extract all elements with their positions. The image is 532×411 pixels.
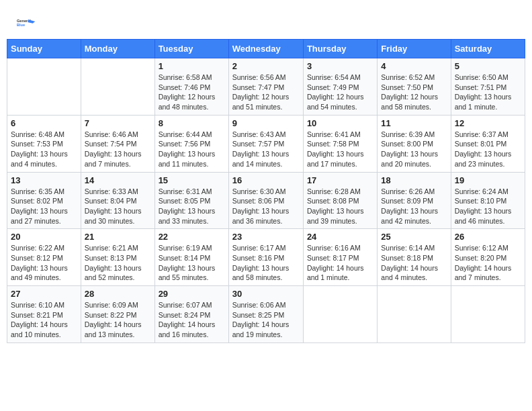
calendar-cell: [7, 58, 81, 116]
calendar-cell: [303, 286, 377, 343]
day-number: 21: [85, 232, 151, 242]
day-number: 10: [307, 118, 373, 128]
calendar-cell: 7Sunrise: 6:46 AM Sunset: 7:54 PM Daylig…: [81, 115, 154, 172]
calendar-cell: [81, 58, 154, 116]
day-info: Sunrise: 6:50 AM Sunset: 7:51 PM Dayligh…: [455, 73, 521, 112]
day-info: Sunrise: 6:14 AM Sunset: 8:18 PM Dayligh…: [381, 243, 447, 283]
calendar-week-1: 1Sunrise: 6:58 AM Sunset: 7:46 PM Daylig…: [7, 58, 525, 116]
calendar-cell: 3Sunrise: 6:54 AM Sunset: 7:49 PM Daylig…: [303, 58, 377, 116]
calendar-cell: 29Sunrise: 6:07 AM Sunset: 8:24 PM Dayli…: [154, 286, 228, 343]
calendar-week-2: 6Sunrise: 6:48 AM Sunset: 7:53 PM Daylig…: [7, 115, 525, 172]
day-number: 15: [159, 175, 225, 185]
calendar-cell: 12Sunrise: 6:37 AM Sunset: 8:01 PM Dayli…: [451, 115, 525, 172]
day-number: 6: [11, 118, 77, 128]
calendar-cell: 1Sunrise: 6:58 AM Sunset: 7:46 PM Daylig…: [154, 58, 228, 116]
calendar-cell: [378, 286, 451, 343]
header-thursday: Thursday: [303, 40, 377, 58]
day-number: 2: [232, 61, 300, 71]
page-header: GeneralBlue: [7, 7, 525, 36]
day-info: Sunrise: 6:26 AM Sunset: 8:09 PM Dayligh…: [381, 187, 447, 226]
calendar-cell: 27Sunrise: 6:10 AM Sunset: 8:21 PM Dayli…: [7, 286, 81, 343]
day-info: Sunrise: 6:30 AM Sunset: 8:06 PM Dayligh…: [232, 187, 300, 226]
calendar-cell: 23Sunrise: 6:17 AM Sunset: 8:16 PM Dayli…: [228, 229, 303, 286]
calendar-cell: 11Sunrise: 6:39 AM Sunset: 8:00 PM Dayli…: [378, 115, 451, 172]
day-number: 30: [232, 289, 300, 299]
calendar-cell: 15Sunrise: 6:31 AM Sunset: 8:05 PM Dayli…: [154, 172, 228, 229]
calendar-cell: 2Sunrise: 6:56 AM Sunset: 7:47 PM Daylig…: [228, 58, 303, 116]
day-number: 17: [307, 175, 373, 185]
day-info: Sunrise: 6:33 AM Sunset: 8:04 PM Dayligh…: [85, 187, 151, 226]
day-number: 26: [455, 232, 521, 242]
calendar-cell: 14Sunrise: 6:33 AM Sunset: 8:04 PM Dayli…: [81, 172, 154, 229]
calendar-cell: 24Sunrise: 6:16 AM Sunset: 8:17 PM Dayli…: [303, 229, 377, 286]
calendar-week-4: 20Sunrise: 6:22 AM Sunset: 8:12 PM Dayli…: [7, 229, 525, 286]
day-number: 19: [455, 175, 521, 185]
day-info: Sunrise: 6:16 AM Sunset: 8:17 PM Dayligh…: [307, 243, 373, 283]
header-friday: Friday: [378, 40, 451, 58]
day-info: Sunrise: 6:09 AM Sunset: 8:22 PM Dayligh…: [85, 300, 151, 340]
calendar-table: SundayMondayTuesdayWednesdayThursdayFrid…: [7, 39, 525, 343]
calendar-cell: 21Sunrise: 6:21 AM Sunset: 8:13 PM Dayli…: [81, 229, 154, 286]
logo-icon: GeneralBlue: [17, 13, 36, 32]
day-info: Sunrise: 6:07 AM Sunset: 8:24 PM Dayligh…: [159, 300, 225, 340]
calendar-cell: 22Sunrise: 6:19 AM Sunset: 8:14 PM Dayli…: [154, 229, 228, 286]
day-info: Sunrise: 6:12 AM Sunset: 8:20 PM Dayligh…: [455, 243, 521, 283]
svg-text:Blue: Blue: [17, 23, 25, 27]
day-number: 23: [232, 232, 300, 242]
day-number: 13: [11, 175, 77, 185]
day-info: Sunrise: 6:56 AM Sunset: 7:47 PM Dayligh…: [232, 73, 300, 112]
day-info: Sunrise: 6:22 AM Sunset: 8:12 PM Dayligh…: [11, 243, 77, 283]
calendar-cell: 8Sunrise: 6:44 AM Sunset: 7:56 PM Daylig…: [154, 115, 228, 172]
logo: GeneralBlue: [17, 13, 36, 32]
calendar-cell: 25Sunrise: 6:14 AM Sunset: 8:18 PM Dayli…: [378, 229, 451, 286]
day-info: Sunrise: 6:46 AM Sunset: 7:54 PM Dayligh…: [85, 130, 151, 169]
day-number: 16: [232, 175, 300, 185]
day-number: 7: [85, 118, 151, 128]
day-info: Sunrise: 6:28 AM Sunset: 8:08 PM Dayligh…: [307, 187, 373, 226]
header-wednesday: Wednesday: [228, 40, 303, 58]
day-number: 8: [159, 118, 225, 128]
day-info: Sunrise: 6:58 AM Sunset: 7:46 PM Dayligh…: [159, 73, 225, 112]
calendar-cell: 5Sunrise: 6:50 AM Sunset: 7:51 PM Daylig…: [451, 58, 525, 116]
day-info: Sunrise: 6:31 AM Sunset: 8:05 PM Dayligh…: [159, 187, 225, 226]
day-info: Sunrise: 6:52 AM Sunset: 7:50 PM Dayligh…: [381, 73, 447, 112]
day-info: Sunrise: 6:21 AM Sunset: 8:13 PM Dayligh…: [85, 243, 151, 283]
day-number: 12: [455, 118, 521, 128]
day-number: 22: [159, 232, 225, 242]
day-number: 27: [11, 289, 77, 299]
calendar-cell: 4Sunrise: 6:52 AM Sunset: 7:50 PM Daylig…: [378, 58, 451, 116]
calendar-cell: 10Sunrise: 6:41 AM Sunset: 7:58 PM Dayli…: [303, 115, 377, 172]
calendar-cell: 18Sunrise: 6:26 AM Sunset: 8:09 PM Dayli…: [378, 172, 451, 229]
day-info: Sunrise: 6:19 AM Sunset: 8:14 PM Dayligh…: [159, 243, 225, 283]
calendar-header-row: SundayMondayTuesdayWednesdayThursdayFrid…: [7, 40, 525, 58]
calendar-cell: 6Sunrise: 6:48 AM Sunset: 7:53 PM Daylig…: [7, 115, 81, 172]
day-info: Sunrise: 6:06 AM Sunset: 8:25 PM Dayligh…: [232, 300, 300, 340]
header-sunday: Sunday: [7, 40, 81, 58]
calendar-cell: 9Sunrise: 6:43 AM Sunset: 7:57 PM Daylig…: [228, 115, 303, 172]
day-number: 20: [11, 232, 77, 242]
day-info: Sunrise: 6:39 AM Sunset: 8:00 PM Dayligh…: [381, 130, 447, 169]
header-tuesday: Tuesday: [154, 40, 228, 58]
calendar-cell: 28Sunrise: 6:09 AM Sunset: 8:22 PM Dayli…: [81, 286, 154, 343]
calendar-cell: 16Sunrise: 6:30 AM Sunset: 8:06 PM Dayli…: [228, 172, 303, 229]
day-info: Sunrise: 6:41 AM Sunset: 7:58 PM Dayligh…: [307, 130, 373, 169]
day-info: Sunrise: 6:48 AM Sunset: 7:53 PM Dayligh…: [11, 130, 77, 169]
day-info: Sunrise: 6:43 AM Sunset: 7:57 PM Dayligh…: [232, 130, 300, 169]
header-monday: Monday: [81, 40, 154, 58]
calendar-cell: 17Sunrise: 6:28 AM Sunset: 8:08 PM Dayli…: [303, 172, 377, 229]
day-number: 4: [381, 61, 447, 71]
day-info: Sunrise: 6:17 AM Sunset: 8:16 PM Dayligh…: [232, 243, 300, 283]
day-info: Sunrise: 6:24 AM Sunset: 8:10 PM Dayligh…: [455, 187, 521, 226]
calendar-cell: 20Sunrise: 6:22 AM Sunset: 8:12 PM Dayli…: [7, 229, 81, 286]
calendar-cell: 30Sunrise: 6:06 AM Sunset: 8:25 PM Dayli…: [228, 286, 303, 343]
calendar-cell: [451, 286, 525, 343]
day-number: 25: [381, 232, 447, 242]
day-info: Sunrise: 6:54 AM Sunset: 7:49 PM Dayligh…: [307, 73, 373, 112]
day-number: 28: [85, 289, 151, 299]
day-number: 24: [307, 232, 373, 242]
day-number: 11: [381, 118, 447, 128]
day-info: Sunrise: 6:35 AM Sunset: 8:02 PM Dayligh…: [11, 187, 77, 226]
day-number: 1: [159, 61, 225, 71]
day-info: Sunrise: 6:10 AM Sunset: 8:21 PM Dayligh…: [11, 300, 77, 340]
day-number: 18: [381, 175, 447, 185]
